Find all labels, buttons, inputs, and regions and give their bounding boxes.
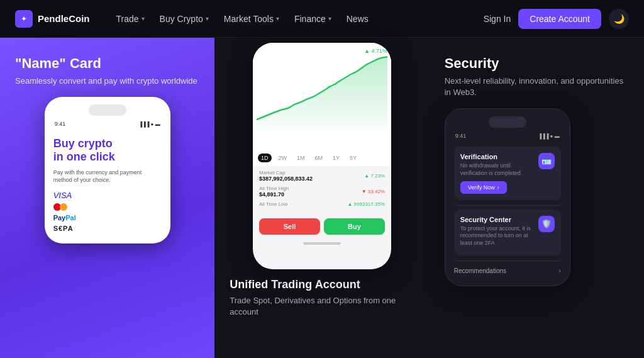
market-cap-label: Market Cap bbox=[259, 170, 313, 176]
trading-panel-title: Unified Trading Account bbox=[230, 278, 414, 291]
moon-icon: 🌙 bbox=[614, 14, 625, 24]
mastercard-yellow-circle bbox=[60, 203, 67, 211]
chevron-down-icon: ▾ bbox=[276, 15, 279, 22]
stats-area: Market Cap $387,992,058,833.42 ▲ 7.23% A… bbox=[253, 166, 391, 215]
divider bbox=[454, 205, 561, 206]
verification-desc: No withdrawals until verification is com… bbox=[460, 162, 538, 177]
mastercard-logo bbox=[53, 203, 162, 211]
main-content: "Name" Card Seamlessly convert and pay w… bbox=[0, 38, 644, 358]
divider-2 bbox=[454, 260, 561, 261]
ath-label: All Time High bbox=[259, 186, 289, 191]
phone-description: Pay with the currency and payment method… bbox=[53, 169, 162, 184]
card-panel-title: "Name" Card bbox=[15, 55, 199, 72]
phone-status-bar-right: 9:41 ▐▐▐ ● ▬ bbox=[454, 133, 561, 139]
card-panel: "Name" Card Seamlessly convert and pay w… bbox=[0, 38, 214, 358]
verification-icon: 🪪 bbox=[538, 153, 555, 169]
recommendations-row[interactable]: Recommendations › bbox=[454, 265, 561, 277]
atl-label: All Time Low bbox=[259, 201, 287, 207]
nav-actions: Sign In Create Account 🌙 bbox=[484, 9, 629, 29]
verification-title: Verification bbox=[460, 153, 538, 160]
market-cap-row: Market Cap $387,992,058,833.42 ▲ 7.23% bbox=[259, 170, 385, 182]
sign-in-button[interactable]: Sign In bbox=[484, 14, 511, 24]
phone-time-right: 9:41 bbox=[455, 133, 467, 139]
phone-mockup-center: ▲ 4.71% 1D 2W 1M 6M 1Y bbox=[253, 43, 391, 269]
atl-change: ▲ 9992317.35% bbox=[347, 201, 385, 207]
nav-finance[interactable]: Finance ▾ bbox=[288, 10, 338, 28]
security-center-icon: 🛡️ bbox=[538, 216, 555, 232]
phone-content: Buy crypto in one click Pay with the cur… bbox=[53, 135, 162, 235]
ath-change: ▼ 33.42% bbox=[362, 189, 385, 194]
security-center-title: Security Center bbox=[460, 216, 538, 223]
time-tab-1d[interactable]: 1D bbox=[258, 154, 272, 162]
shield-icon: 🛡️ bbox=[541, 219, 552, 228]
chart-change-label: ▲ 4.71% bbox=[257, 48, 387, 54]
time-tab-1m[interactable]: 1M bbox=[294, 154, 308, 162]
logo-icon: ✦ bbox=[15, 10, 33, 28]
chevron-down-icon: ▾ bbox=[206, 15, 209, 22]
security-panel: Security Next-level reliability, innovat… bbox=[430, 38, 644, 358]
phone-hero-text: Buy crypto in one click bbox=[53, 137, 162, 163]
visa-logo: VISA bbox=[53, 191, 162, 200]
phone-mockup-right: 9:41 ▐▐▐ ● ▬ Verification No withdrawals… bbox=[445, 108, 570, 286]
time-tab-1y[interactable]: 1Y bbox=[330, 154, 343, 162]
time-tab-5y[interactable]: 5Y bbox=[347, 154, 360, 162]
security-title: Security bbox=[445, 55, 629, 72]
sell-button[interactable]: Sell bbox=[259, 218, 320, 235]
logo[interactable]: ✦ PendleCoin bbox=[15, 10, 90, 28]
nav-market-tools[interactable]: Market Tools ▾ bbox=[218, 10, 286, 28]
phone-status-icons: ▐▐▐ ● ▬ bbox=[138, 121, 160, 127]
chevron-down-icon: ▾ bbox=[142, 15, 145, 22]
card-panel-subtitle: Seamlessly convert and pay with crypto w… bbox=[15, 76, 199, 87]
phone-notch-right bbox=[489, 116, 526, 128]
trading-panel-desc: Trade Spot, Derivatives and Options from… bbox=[230, 295, 414, 318]
time-tab-2w[interactable]: 2W bbox=[275, 154, 291, 162]
phone-home-indicator bbox=[303, 242, 341, 245]
navbar: ✦ PendleCoin Trade ▾ Buy Crypto ▾ Market… bbox=[0, 0, 644, 38]
security-center-card: Security Center To protect your account,… bbox=[454, 210, 561, 255]
create-account-button[interactable]: Create Account bbox=[518, 9, 601, 29]
theme-toggle-button[interactable]: 🌙 bbox=[609, 9, 629, 29]
time-tab-6m[interactable]: 6M bbox=[312, 154, 326, 162]
market-cap-value: $387,992,058,833.42 bbox=[259, 176, 313, 182]
verify-now-button[interactable]: Verify Now › bbox=[460, 181, 507, 194]
arrow-right-icon: › bbox=[497, 184, 499, 191]
atl-row: All Time Low ▲ 9992317.35% bbox=[259, 201, 385, 207]
phone-mockup-left: 9:41 ▐▐▐ ● ▬ Buy crypto in one click Pay… bbox=[45, 97, 170, 243]
market-cap-change: ▲ 7.23% bbox=[364, 173, 385, 179]
trading-panel: ▲ 4.71% 1D 2W 1M 6M 1Y bbox=[214, 38, 429, 358]
recommendations-label: Recommendations bbox=[454, 267, 506, 274]
arrow-right-icon: › bbox=[558, 267, 560, 274]
verification-header: Verification No withdrawals until verifi… bbox=[460, 153, 555, 177]
brand-name: PendleCoin bbox=[38, 13, 90, 24]
ath-value: $4,891.70 bbox=[259, 191, 289, 198]
chart-area: ▲ 4.71% bbox=[253, 43, 391, 150]
payment-logos: VISA PayPal S€PA bbox=[53, 191, 162, 232]
time-tabs: 1D 2W 1M 6M 1Y 5Y bbox=[253, 150, 391, 166]
chevron-down-icon: ▾ bbox=[328, 15, 331, 22]
price-chart bbox=[257, 55, 387, 131]
verification-card: Verification No withdrawals until verifi… bbox=[454, 147, 561, 199]
buy-button[interactable]: Buy bbox=[324, 218, 385, 235]
id-card-icon: 🪪 bbox=[541, 157, 552, 166]
phone-time: 9:41 bbox=[55, 121, 66, 127]
phone-status-icons-right: ▐▐▐ ● ▬ bbox=[538, 133, 559, 139]
sepa-logo: S€PA bbox=[53, 225, 162, 232]
phone-notch bbox=[89, 104, 126, 116]
nav-trade[interactable]: Trade ▾ bbox=[110, 10, 151, 28]
phone-status-bar: 9:41 ▐▐▐ ● ▬ bbox=[53, 121, 162, 127]
trade-buttons: Sell Buy bbox=[253, 215, 391, 238]
nav-news[interactable]: News bbox=[340, 10, 375, 28]
nav-buy-crypto[interactable]: Buy Crypto ▾ bbox=[153, 10, 215, 28]
security-center-desc: To protect your account, it is recommend… bbox=[460, 225, 538, 247]
nav-links: Trade ▾ Buy Crypto ▾ Market Tools ▾ Fina… bbox=[110, 10, 484, 28]
paypal-logo: PayPal bbox=[53, 214, 162, 221]
ath-row: All Time High $4,891.70 ▼ 33.42% bbox=[259, 186, 385, 198]
trading-panel-text: Unified Trading Account Trade Spot, Deri… bbox=[214, 269, 429, 318]
security-subtitle: Next-level reliability, innovation, and … bbox=[445, 76, 629, 98]
security-center-header: Security Center To protect your account,… bbox=[460, 216, 555, 247]
